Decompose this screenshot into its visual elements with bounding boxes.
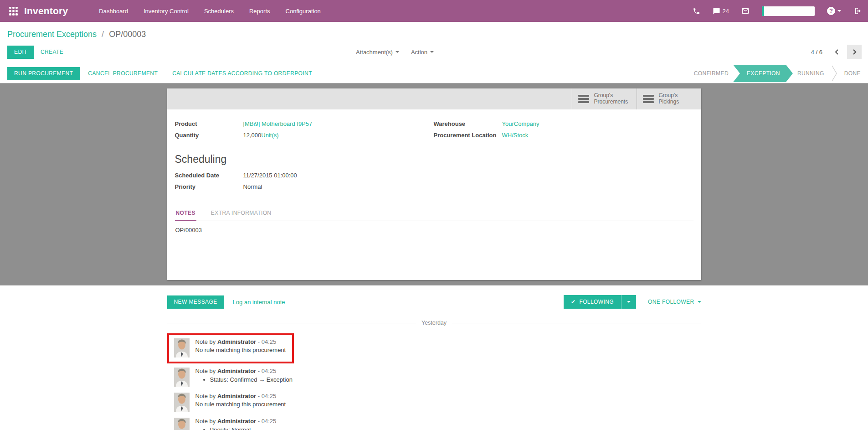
user-menu[interactable]	[762, 6, 815, 16]
product-value-link[interactable]: [MBi9] Motherboard I9P57	[243, 120, 313, 127]
create-button[interactable]: CREATE	[34, 46, 70, 59]
notebook-tabs: NOTES EXTRA INFORMATION	[175, 206, 693, 221]
message-count-badge: 24	[723, 8, 729, 15]
breadcrumb-separator: /	[102, 30, 104, 39]
message-tracking-value: Priority: Normal	[210, 426, 310, 430]
warehouse-label: Warehouse	[434, 120, 502, 127]
breadcrumb-current: OP/00003	[109, 30, 146, 39]
scheduled-date-value: 11/27/2015 01:00:00	[243, 172, 297, 179]
field-priority: Priority Normal	[175, 183, 693, 190]
date-divider: Yesterday	[167, 320, 701, 326]
new-message-button[interactable]: NEW MESSAGE	[167, 295, 224, 309]
phone-icon[interactable]	[693, 7, 700, 15]
message-prefix: Note by	[195, 393, 216, 399]
field-product: Product [MBi9] Motherboard I9P57	[175, 120, 434, 127]
chevron-down-icon	[430, 51, 434, 53]
quantity-value: 12,000	[243, 132, 262, 139]
message-prefix: Note by	[195, 338, 216, 345]
menu-configuration[interactable]: Configuration	[286, 8, 321, 15]
mail-icon[interactable]	[741, 7, 750, 15]
edit-button[interactable]: EDIT	[7, 46, 34, 59]
list-icon	[643, 95, 654, 103]
avatar[interactable]	[174, 338, 190, 357]
run-procurement-button[interactable]: RUN PROCUREMENT	[7, 67, 80, 80]
uom-value-link[interactable]: Unit(s)	[261, 132, 278, 139]
message-item: Note by Administrator - 04:25 Priority: …	[174, 418, 701, 430]
annotation-highlight: Note by Administrator - 04:25 No rule ma…	[167, 333, 294, 363]
action-dropdown[interactable]: Action	[411, 49, 434, 56]
field-quantity: Quantity 12,000Unit(s)	[175, 132, 434, 139]
groups-pickings-button[interactable]: Group's Pickings	[637, 88, 701, 109]
calculate-dates-button[interactable]: CALCULATE DATES ACCORDING TO ORDERPOINT	[166, 67, 318, 80]
log-internal-note-link[interactable]: Log an internal note	[233, 299, 285, 306]
scheduled-date-label: Scheduled Date	[175, 172, 243, 179]
help-icon: ?	[827, 7, 835, 15]
tab-notes[interactable]: NOTES	[175, 206, 196, 221]
message-author[interactable]: Administrator	[217, 418, 256, 425]
avatar[interactable]	[174, 393, 190, 412]
field-warehouse: Warehouse YourCompany	[434, 120, 693, 127]
pager-value: 4 / 6	[811, 49, 822, 56]
message-time: - 04:25	[258, 338, 276, 345]
apps-grid-icon[interactable]	[9, 7, 18, 16]
breadcrumb: Procurement Exceptions / OP/00003	[0, 22, 868, 41]
groups-procurements-button[interactable]: Group's Procurements	[572, 88, 637, 109]
menu-schedulers[interactable]: Schedulers	[204, 8, 234, 15]
warehouse-value-link[interactable]: YourCompany	[502, 120, 539, 127]
message-author[interactable]: Administrator	[217, 368, 256, 374]
chevron-right-icon	[832, 65, 837, 82]
menu-inventory-control[interactable]: Inventory Control	[144, 8, 189, 15]
scheduling-section-title: Scheduling	[175, 153, 693, 166]
state-confirmed[interactable]: CONFIRMED	[687, 65, 736, 82]
main-menu: Dashboard Inventory Control Schedulers R…	[99, 8, 321, 15]
menu-dashboard[interactable]: Dashboard	[99, 8, 128, 15]
message-time: - 04:25	[258, 418, 276, 425]
help-menu[interactable]: ?	[827, 7, 841, 15]
attachments-label: Attachment(s)	[356, 49, 393, 56]
stat-button-label: Group's	[594, 92, 613, 98]
quantity-label: Quantity	[175, 132, 243, 139]
product-label: Product	[175, 120, 243, 127]
message-body: No rule matching this procurement	[195, 347, 286, 353]
avatar[interactable]	[174, 418, 190, 430]
message-time: - 04:25	[258, 368, 276, 374]
attachments-dropdown[interactable]: Attachment(s)	[356, 49, 399, 56]
pager-previous-button[interactable]	[830, 45, 844, 59]
procurement-location-value-link[interactable]: WH/Stock	[502, 132, 529, 139]
stat-button-label: Pickings	[659, 98, 679, 105]
message-prefix: Note by	[195, 368, 216, 374]
stat-button-label: Group's	[659, 92, 678, 98]
control-panel: Procurement Exceptions / OP/00003 EDIT C…	[0, 22, 868, 84]
priority-value: Normal	[243, 183, 262, 190]
notes-content: OP/00003	[175, 221, 693, 233]
field-procurement-location: Procurement Location WH/Stock	[434, 132, 693, 139]
following-button[interactable]: FOLLOWING	[564, 295, 636, 309]
message-author[interactable]: Administrator	[217, 338, 256, 345]
message-item: Note by Administrator - 04:25 No rule ma…	[174, 393, 701, 412]
message-author[interactable]: Administrator	[217, 393, 256, 399]
list-icon	[578, 95, 589, 103]
state-exception[interactable]: EXCEPTION	[733, 65, 793, 82]
following-label: FOLLOWING	[579, 299, 614, 305]
state-done[interactable]: DONE	[837, 65, 868, 82]
followers-dropdown[interactable]: ONE FOLLOWER	[648, 299, 701, 305]
tab-extra-information[interactable]: EXTRA INFORMATION	[210, 206, 272, 221]
priority-label: Priority	[175, 183, 243, 190]
message-tracking-value: Status: Confirmed → Exception	[210, 376, 293, 383]
form-view-background: Group's Procurements Group's Pickings Pr…	[0, 84, 868, 285]
breadcrumb-parent[interactable]: Procurement Exceptions	[7, 30, 97, 39]
state-running[interactable]: RUNNING	[790, 65, 832, 82]
pager-next-button[interactable]	[847, 45, 862, 59]
pager: 4 / 6	[811, 45, 862, 59]
field-scheduled-date: Scheduled Date 11/27/2015 01:00:00	[175, 172, 693, 179]
toolbar: EDIT CREATE Attachment(s) Action 4 / 6	[0, 41, 868, 64]
message-item: Note by Administrator - 04:25 Status: Co…	[174, 368, 701, 387]
avatar[interactable]	[174, 368, 190, 387]
cancel-procurement-button[interactable]: CANCEL PROCUREMENT	[82, 67, 164, 80]
logout-icon[interactable]	[853, 7, 862, 15]
message-item: Note by Administrator - 04:25 No rule ma…	[174, 338, 286, 357]
following-dropdown-toggle[interactable]	[621, 295, 636, 309]
menu-reports[interactable]: Reports	[249, 8, 270, 15]
messages-icon[interactable]: 24	[713, 7, 729, 15]
statusbar: RUN PROCUREMENT CANCEL PROCUREMENT CALCU…	[0, 64, 868, 84]
